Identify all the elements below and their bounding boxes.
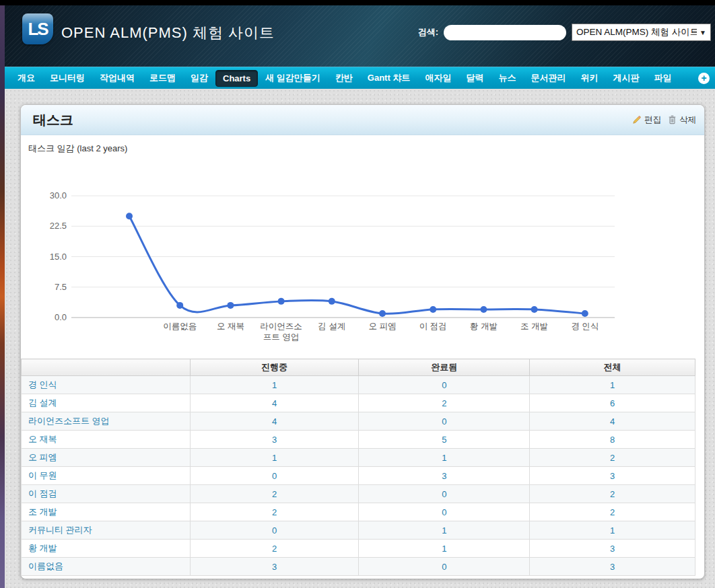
total-count: 4 — [530, 412, 695, 431]
assignee-link[interactable]: 커뮤니티 관리자 — [22, 521, 191, 540]
site-header: LS OPEN ALM(PMS) 체험 사이트 검색: OPEN ALM(PMS… — [5, 5, 715, 67]
nav-item[interactable]: 문서관리 — [523, 69, 573, 87]
done-count: 1 — [359, 540, 530, 558]
chart-data-point[interactable] — [278, 298, 285, 305]
chart-data-point[interactable] — [582, 310, 588, 317]
chart-data-point[interactable] — [379, 310, 386, 317]
assignee-link[interactable]: 라이언즈소프트 영업 — [22, 412, 191, 431]
edit-label: 편집 — [644, 114, 661, 126]
table-row: 커뮤니티 관리자011 — [22, 521, 695, 540]
chart-data-point[interactable] — [480, 306, 487, 313]
nav-item[interactable]: Gantt 챠트 — [360, 69, 418, 87]
total-count: 3 — [530, 467, 695, 485]
line-chart-svg: 0.07.515.022.530.0이름없음오 재복라이언즈소프트 영업김 설계… — [21, 182, 706, 351]
nav-item[interactable]: 일감 — [183, 69, 215, 87]
x-axis-category-label: 라이언즈소 — [260, 322, 302, 331]
y-axis-tick-label: 15.0 — [50, 252, 67, 262]
nav-item-active[interactable]: Charts — [215, 70, 258, 87]
background-photo-strip — [0, 5, 5, 588]
table-row: 라이언즈소프트 영업404 — [22, 412, 695, 431]
chart-data-point[interactable] — [227, 302, 234, 309]
chart-data-point[interactable] — [329, 298, 335, 305]
table-column-header: 진행중 — [190, 359, 359, 376]
nav-item[interactable]: 달력 — [458, 69, 491, 87]
done-count: 0 — [359, 558, 530, 576]
total-count: 1 — [530, 521, 695, 540]
x-axis-category-label: 경 인식 — [571, 322, 599, 331]
table-column-header: 전체 — [530, 359, 695, 376]
nav-item[interactable]: 로드맵 — [142, 69, 183, 87]
x-axis-category-label: 오 피엠 — [369, 322, 397, 331]
done-count: 3 — [359, 467, 530, 485]
assignee-link[interactable]: 이 점검 — [22, 485, 191, 503]
chart-data-point[interactable] — [531, 306, 538, 313]
project-select-value: OPEN ALM(PMS) 체험 사이트 — [576, 26, 697, 38]
table-row: 황 개발213 — [22, 540, 695, 558]
table-row: 조 개발202 — [22, 503, 695, 521]
assignee-link[interactable]: 이 무원 — [22, 467, 191, 485]
chart-line-series — [129, 216, 585, 314]
assignee-link[interactable]: 경 인식 — [22, 376, 191, 394]
in-progress-count: 2 — [190, 485, 359, 503]
nav-item[interactable]: 새 일감만들기 — [258, 69, 328, 87]
table-column-header: 완료됨 — [359, 359, 530, 376]
assignee-task-table: 진행중완료됨전체 경 인식101김 설계426라이언즈소프트 영업404오 재복… — [21, 359, 695, 576]
site-logo[interactable]: LS — [22, 13, 53, 44]
in-progress-count: 2 — [190, 503, 359, 521]
in-progress-count: 4 — [190, 412, 359, 431]
assignee-link[interactable]: 조 개발 — [22, 503, 191, 521]
assignee-link[interactable]: 오 피엠 — [22, 449, 191, 467]
delete-label: 삭제 — [679, 114, 696, 126]
assignee-link[interactable]: 이름없음 — [22, 558, 191, 576]
delete-button[interactable]: 삭제 — [668, 114, 696, 126]
assignee-link[interactable]: 김 설계 — [22, 394, 191, 412]
in-progress-count: 0 — [190, 521, 359, 540]
in-progress-count: 4 — [190, 394, 359, 412]
nav-item[interactable]: 작업내역 — [92, 69, 142, 87]
assignee-link[interactable]: 황 개발 — [22, 540, 191, 558]
site-logo-text: LS — [28, 19, 47, 40]
nav-item[interactable]: 위키 — [573, 69, 605, 87]
chart-data-point[interactable] — [430, 306, 436, 313]
done-count: 0 — [359, 503, 530, 521]
nav-item[interactable]: 개요 — [10, 69, 42, 87]
in-progress-count: 2 — [190, 540, 359, 558]
done-count: 1 — [359, 521, 530, 540]
assignee-link[interactable]: 오 재복 — [22, 431, 191, 449]
nav-item[interactable]: 모니터링 — [42, 69, 92, 87]
x-axis-category-label: 황 개발 — [470, 322, 498, 331]
table-header: 진행중완료됨전체 — [22, 359, 695, 376]
total-count: 2 — [530, 485, 695, 503]
total-count: 1 — [530, 376, 695, 394]
nav-item[interactable]: 뉴스 — [491, 69, 523, 87]
table-row: 경 인식101 — [22, 376, 695, 394]
add-tab-plus-icon[interactable]: + — [698, 73, 710, 84]
nav-item[interactable]: 게시판 — [605, 69, 646, 87]
x-axis-category-label: 프트 영업 — [263, 332, 299, 342]
chart-data-point[interactable] — [176, 302, 183, 309]
table-row: 이름없음303 — [22, 558, 695, 576]
x-axis-category-label: 김 설계 — [318, 322, 345, 331]
y-axis-tick-label: 22.5 — [50, 221, 67, 231]
in-progress-count: 1 — [190, 376, 359, 394]
header-controls: 편집 삭제 — [632, 114, 696, 126]
search-input[interactable] — [444, 25, 566, 40]
edit-button[interactable]: 편집 — [632, 114, 661, 126]
total-count: 6 — [530, 394, 695, 412]
total-count: 2 — [530, 503, 695, 521]
content-card-header: 태스크 편집 삭제 — [21, 105, 704, 135]
in-progress-count: 0 — [190, 467, 359, 485]
chart-data-point[interactable] — [126, 213, 133, 219]
table-row: 김 설계426 — [22, 394, 695, 412]
nav-item[interactable]: 파일 — [646, 69, 679, 87]
nav-item[interactable]: 칸반 — [328, 69, 360, 87]
x-axis-category-label: 이름없음 — [163, 322, 197, 331]
project-select[interactable]: OPEN ALM(PMS) 체험 사이트 ▼ — [572, 24, 711, 41]
table-row: 이 무원033 — [22, 467, 695, 485]
x-axis-category-label: 조 개발 — [520, 322, 548, 331]
nav-item[interactable]: 애자일 — [417, 69, 458, 87]
page-title: 태스크 — [33, 111, 73, 129]
main-nav: 개요모니터링작업내역로드맵일감Charts새 일감만들기칸반Gantt 챠트애자… — [5, 67, 715, 89]
trash-icon — [668, 115, 677, 124]
done-count: 2 — [359, 394, 530, 412]
